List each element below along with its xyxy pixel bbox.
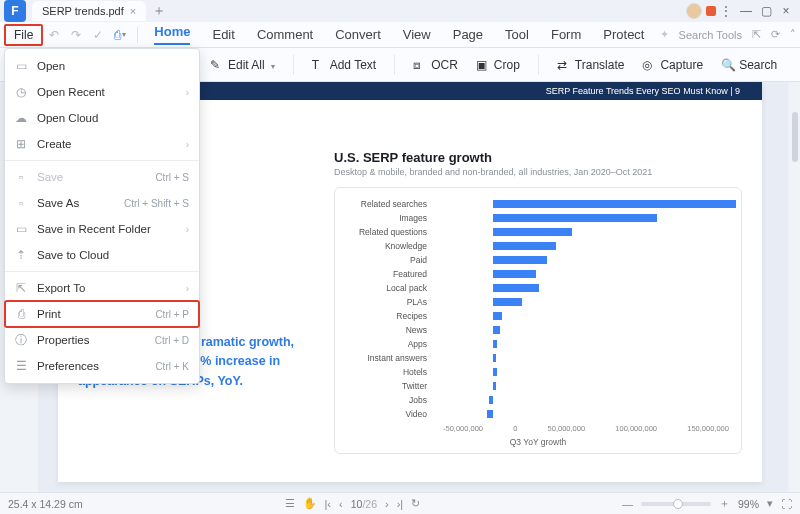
- translate-tool[interactable]: ⇄ Translate: [557, 58, 625, 72]
- tab-tool[interactable]: Tool: [505, 27, 529, 42]
- clock-icon: ◷: [13, 85, 29, 99]
- info-icon: ⓘ: [13, 333, 29, 348]
- edit-all-tool[interactable]: ✎ Edit All: [210, 58, 275, 72]
- file-menu-open-recent[interactable]: ◷ Open Recent ›: [5, 79, 199, 105]
- zoom-slider-knob[interactable]: [673, 499, 683, 509]
- ocr-tool[interactable]: ⧈ OCR: [413, 58, 458, 72]
- search-icon: 🔍: [721, 58, 735, 72]
- chart-bar: [493, 298, 522, 306]
- chart-bar-row: News: [347, 324, 729, 336]
- tab-close-icon[interactable]: ×: [130, 5, 136, 17]
- file-menu-print[interactable]: ⎙ Print Ctrl + P: [5, 301, 199, 327]
- tab-form[interactable]: Form: [551, 27, 581, 42]
- page-header-text: SERP Feature Trends Every SEO Must Know …: [546, 86, 740, 96]
- crop-tool[interactable]: ▣ Crop: [476, 58, 520, 72]
- scrollbar-thumb[interactable]: [792, 112, 798, 162]
- chart-bar-row: Recipes: [347, 310, 729, 322]
- menu-separator: [5, 271, 199, 272]
- new-tab-button[interactable]: ＋: [152, 2, 166, 20]
- prev-page-icon[interactable]: ‹: [339, 498, 343, 510]
- translate-label: Translate: [575, 58, 625, 72]
- user-avatar-icon[interactable]: [686, 3, 702, 19]
- file-menu-open-cloud[interactable]: ☁ Open Cloud: [5, 105, 199, 131]
- share-icon[interactable]: ⇱: [752, 28, 761, 41]
- page-number-input[interactable]: 10/26: [351, 498, 377, 510]
- text-icon: T: [312, 58, 326, 72]
- sliders-icon: ☰: [13, 359, 29, 373]
- kebab-menu-icon[interactable]: ⋮: [716, 1, 736, 21]
- print-icon[interactable]: ⎙: [109, 24, 131, 46]
- zoom-out-button[interactable]: —: [622, 498, 633, 510]
- zoom-slider[interactable]: [641, 502, 711, 506]
- ocr-label: OCR: [431, 58, 458, 72]
- vertical-scrollbar[interactable]: [790, 82, 800, 492]
- search-tools-input[interactable]: Search Tools: [679, 29, 742, 41]
- document-tab[interactable]: SERP trends.pdf ×: [32, 1, 146, 21]
- file-menu-button[interactable]: File: [4, 24, 43, 46]
- expand-icon[interactable]: ˄: [790, 28, 796, 41]
- zoom-in-button[interactable]: ＋: [719, 496, 730, 511]
- chart-bar-row: Knowledge: [347, 240, 729, 252]
- cloud-sync-icon[interactable]: ⟳: [771, 28, 780, 41]
- tab-protect[interactable]: Protect: [603, 27, 644, 42]
- chevron-right-icon: ›: [186, 87, 189, 98]
- file-menu-shortcut: Ctrl + D: [155, 335, 189, 346]
- file-menu-preferences[interactable]: ☰ Preferences Ctrl + K: [5, 353, 199, 379]
- page-total: /26: [362, 498, 377, 510]
- rotate-icon[interactable]: ↻: [411, 497, 420, 510]
- tab-comment[interactable]: Comment: [257, 27, 313, 42]
- chart-x-label: Q3 YoY growth: [347, 437, 729, 447]
- prev-section-icon[interactable]: |‹: [325, 498, 332, 510]
- hand-tool-icon[interactable]: ✋: [303, 497, 317, 510]
- capture-tool[interactable]: ◎ Capture: [642, 58, 703, 72]
- first-page-icon[interactable]: ☰: [285, 497, 295, 510]
- ai-star-icon[interactable]: ✦: [660, 28, 669, 41]
- crop-label: Crop: [494, 58, 520, 72]
- chart-bar: [493, 256, 547, 264]
- next-page-icon[interactable]: ›: [385, 498, 389, 510]
- window-minimize-icon[interactable]: —: [736, 1, 756, 21]
- toolbar-separator: [293, 55, 294, 75]
- chart-bar: [493, 382, 496, 390]
- fit-page-icon[interactable]: ⛶: [781, 498, 792, 510]
- chart-bar-label: Local pack: [347, 283, 433, 293]
- tab-view[interactable]: View: [403, 27, 431, 42]
- file-menu-label: Properties: [37, 334, 147, 346]
- save-icon[interactable]: ✓: [87, 24, 109, 46]
- notification-badge-icon[interactable]: [706, 6, 716, 16]
- tab-convert[interactable]: Convert: [335, 27, 381, 42]
- undo-back-icon[interactable]: ↶: [43, 24, 65, 46]
- file-menu-create[interactable]: ⊞ Create ›: [5, 131, 199, 157]
- tab-edit[interactable]: Edit: [212, 27, 234, 42]
- zoom-value: 99%: [738, 498, 759, 510]
- chart-bar: [493, 242, 556, 250]
- search-tool[interactable]: 🔍 Search: [721, 58, 777, 72]
- tab-title: SERP trends.pdf: [42, 5, 124, 17]
- plus-box-icon: ⊞: [13, 137, 29, 151]
- chart-bar: [493, 200, 736, 208]
- axis-tick: 150,000,000: [687, 424, 729, 433]
- tab-home[interactable]: Home: [154, 24, 190, 45]
- chevron-right-icon: ›: [186, 283, 189, 294]
- axis-tick: 50,000,000: [548, 424, 586, 433]
- chart-bar-label: Images: [347, 213, 433, 223]
- chart-bar: [493, 326, 500, 334]
- file-menu-open[interactable]: ▭ Open: [5, 53, 199, 79]
- file-menu-save-to-cloud[interactable]: ⇡ Save to Cloud: [5, 242, 199, 268]
- translate-icon: ⇄: [557, 58, 571, 72]
- file-menu-save-in-recent[interactable]: ▭ Save in Recent Folder ›: [5, 216, 199, 242]
- page-current: 10: [351, 498, 363, 510]
- tab-page[interactable]: Page: [453, 27, 483, 42]
- add-text-tool[interactable]: T Add Text: [312, 58, 376, 72]
- window-maximize-icon[interactable]: ▢: [756, 1, 776, 21]
- next-section-icon[interactable]: ›|: [397, 498, 404, 510]
- chart-subtitle: Desktop & mobile, branded and non-brande…: [334, 167, 742, 177]
- window-close-icon[interactable]: ×: [776, 1, 796, 21]
- zoom-dropdown-icon[interactable]: ▾: [767, 497, 773, 510]
- menubar-separator: [137, 27, 138, 43]
- undo-forward-icon[interactable]: ↷: [65, 24, 87, 46]
- file-menu-save-as[interactable]: ▫ Save As Ctrl + Shift + S: [5, 190, 199, 216]
- file-menu-properties[interactable]: ⓘ Properties Ctrl + D: [5, 327, 199, 353]
- chart-bar-label: Instant answers: [347, 353, 433, 363]
- file-menu-export-to[interactable]: ⇱ Export To ›: [5, 275, 199, 301]
